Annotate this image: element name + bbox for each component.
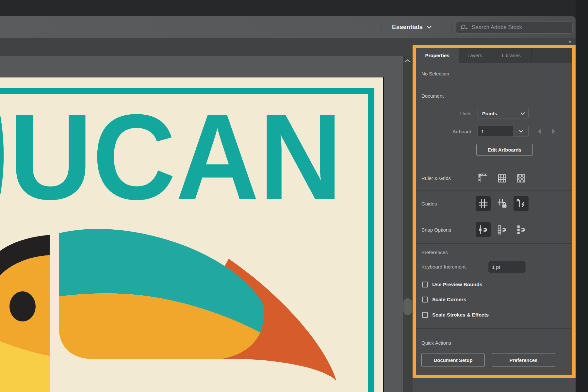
scale-strokes-effects-row[interactable]: Scale Strokes & Effects <box>422 311 489 318</box>
previous-artboard-button[interactable] <box>538 129 541 134</box>
toucan-poster-svg: UCAN <box>0 77 383 392</box>
lock-guides-icon <box>497 198 508 209</box>
scroll-up-icon[interactable] <box>405 59 411 63</box>
workspace-switcher[interactable]: Essentials <box>392 16 432 38</box>
edit-artboards-label: Edit Artboards <box>488 147 522 153</box>
scale-corners-checkbox[interactable] <box>422 297 428 302</box>
search-placeholder: Search Adobe Stock <box>472 24 522 31</box>
keyboard-increment-value: 1 pt <box>492 264 500 270</box>
snap-to-grid-button[interactable] <box>495 222 510 237</box>
panel-tab-bar: Properties Layers Libraries <box>416 48 572 63</box>
section-divider <box>416 217 572 217</box>
search-input[interactable]: Search Adobe Stock <box>456 21 573 34</box>
ruler-grids-label: Ruler & Grids <box>421 175 451 181</box>
artboard-value: 1 <box>481 129 484 134</box>
section-divider <box>416 243 572 244</box>
panel-area-below-highlight <box>413 378 576 392</box>
scale-strokes-effects-label: Scale Strokes & Effects <box>432 312 489 318</box>
artboard-value-input[interactable]: 1 <box>478 126 514 137</box>
workspace-switcher-label: Essentials <box>392 24 423 31</box>
units-dropdown[interactable]: Points <box>478 108 529 119</box>
quick-actions-header: Quick Actions <box>421 340 451 346</box>
use-preview-bounds-row[interactable]: Use Preview Bounds <box>422 281 482 288</box>
application-bar: Essentials Search Adobe Stock <box>0 16 576 38</box>
document-section-header: Document <box>421 93 444 99</box>
section-divider <box>416 84 572 84</box>
tab-layers-label: Layers <box>467 53 482 58</box>
document-setup-label: Document Setup <box>433 357 472 363</box>
chevron-down-icon <box>520 112 525 115</box>
show-transparency-grid-button[interactable] <box>514 171 529 186</box>
units-label: Units: <box>421 111 473 116</box>
keyboard-increment-input[interactable]: 1 pt <box>488 261 526 273</box>
illustrator-window: Essentials Search Adobe Stock » UCAN <box>0 0 588 392</box>
lock-guides-button[interactable] <box>495 196 510 211</box>
show-guides-icon <box>478 198 489 209</box>
chevron-down-icon <box>427 25 432 29</box>
show-guides-button[interactable] <box>476 196 491 211</box>
menu-bar <box>0 0 588 16</box>
transparency-grid-icon <box>515 173 527 184</box>
units-value: Points <box>482 111 497 116</box>
artboard-label: Artboard: <box>421 129 473 134</box>
preferences-button-label: Preferences <box>510 357 538 363</box>
scale-corners-label: Scale Corners <box>432 297 466 302</box>
snap-to-point-icon <box>478 224 489 235</box>
snap-to-pixel-button[interactable] <box>514 222 529 237</box>
snap-to-pixel-icon <box>515 224 527 235</box>
tab-libraries-label: Libraries <box>502 53 521 58</box>
scale-corners-row[interactable]: Scale Corners <box>422 296 466 303</box>
grid-icon <box>497 173 508 184</box>
snap-to-grid-icon <box>497 224 508 235</box>
scrollbar-thumb[interactable] <box>403 298 412 315</box>
toucan-poster-artwork: UCAN <box>0 77 384 392</box>
preferences-button[interactable]: Preferences <box>492 353 555 367</box>
ruler-icon <box>477 172 489 184</box>
chevron-down-icon <box>519 130 523 133</box>
smart-guides-button[interactable] <box>514 196 529 211</box>
tab-layers[interactable]: Layers <box>459 48 491 63</box>
show-rulers-button[interactable] <box>476 171 491 186</box>
artboard-dropdown-button[interactable] <box>514 126 528 137</box>
show-grid-button[interactable] <box>495 171 510 186</box>
guides-label: Guides <box>421 201 437 206</box>
desktop-background <box>576 0 588 392</box>
next-artboard-button[interactable] <box>552 129 555 134</box>
section-divider <box>416 166 572 166</box>
smart-guides-icon <box>515 198 527 209</box>
toolbar-separator <box>382 21 382 33</box>
edit-artboards-button[interactable]: Edit Artboards <box>476 144 533 156</box>
preferences-section-header: Preferences <box>421 250 448 255</box>
keyboard-increment-label: Keyboard Increment: <box>421 264 467 270</box>
selection-status: No Selection <box>421 71 449 76</box>
section-divider <box>416 328 572 329</box>
snap-options-label: Snap Options <box>421 227 451 233</box>
toucan-eye <box>9 291 36 321</box>
tab-libraries[interactable]: Libraries <box>491 48 532 63</box>
scale-strokes-effects-checkbox[interactable] <box>422 312 428 318</box>
search-icon <box>460 24 469 31</box>
tab-properties-label: Properties <box>425 53 449 58</box>
use-preview-bounds-checkbox[interactable] <box>422 282 428 287</box>
poster-headline: UCAN <box>9 89 342 225</box>
properties-panel: Properties Layers Libraries No Selection… <box>416 48 572 375</box>
section-divider <box>416 190 572 191</box>
use-preview-bounds-label: Use Preview Bounds <box>432 282 482 287</box>
artboard-combo[interactable]: 1 <box>478 126 529 137</box>
snap-to-point-button[interactable] <box>476 222 491 237</box>
tab-properties[interactable]: Properties <box>416 48 459 63</box>
properties-panel-highlight: Properties Layers Libraries No Selection… <box>413 45 576 378</box>
vertical-scrollbar[interactable] <box>403 56 413 392</box>
panel-collapse-chevrons[interactable]: » <box>568 39 571 44</box>
document-setup-button[interactable]: Document Setup <box>421 353 485 367</box>
toolbar-separator <box>451 21 452 33</box>
